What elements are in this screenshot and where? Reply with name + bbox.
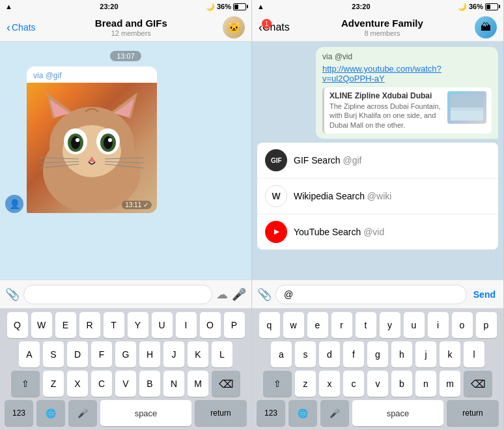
chat-title-left: Bread and GIFs bbox=[40, 18, 223, 29]
key-h[interactable]: H bbox=[139, 341, 160, 367]
key-c-r[interactable]: c bbox=[343, 371, 364, 397]
key-f-r[interactable]: f bbox=[343, 341, 364, 367]
key-d[interactable]: D bbox=[67, 341, 88, 367]
key-t[interactable]: T bbox=[104, 312, 124, 338]
key-space-right[interactable]: space bbox=[352, 400, 443, 426]
key-l[interactable]: L bbox=[212, 341, 232, 367]
key-m-r[interactable]: m bbox=[440, 371, 460, 397]
key-i-r[interactable]: i bbox=[428, 312, 449, 338]
key-n-r[interactable]: n bbox=[415, 371, 436, 397]
status-left-icons: ▲ bbox=[5, 3, 12, 10]
key-globe-right[interactable]: 🌐 bbox=[288, 400, 317, 426]
key-123-right[interactable]: 123 bbox=[257, 400, 285, 426]
message-input-left[interactable] bbox=[23, 285, 212, 304]
key-row-1-left: Q W E R T Y U I O P bbox=[3, 312, 249, 338]
key-delete-right[interactable]: ⌫ bbox=[464, 371, 492, 397]
key-n[interactable]: N bbox=[163, 371, 184, 397]
key-return-right[interactable]: return bbox=[447, 400, 499, 426]
key-w-r[interactable]: w bbox=[283, 312, 304, 338]
yt-bot-handle: @vid bbox=[363, 227, 384, 237]
key-c[interactable]: C bbox=[91, 371, 112, 397]
key-b[interactable]: B bbox=[139, 371, 160, 397]
battery-icon-right bbox=[485, 3, 498, 10]
mic-icon-left[interactable]: 🎤 bbox=[232, 287, 246, 302]
key-row-2-left: A S D F G H J K L bbox=[3, 341, 249, 367]
message-input-field-left[interactable] bbox=[32, 289, 204, 300]
key-x[interactable]: X bbox=[67, 371, 88, 397]
key-p[interactable]: P bbox=[224, 312, 245, 338]
key-f[interactable]: F bbox=[91, 341, 112, 367]
bot-list: GIF GIF Search @gif W Wikipedia Search @… bbox=[257, 143, 498, 250]
key-l-r[interactable]: l bbox=[464, 341, 484, 367]
key-r-r[interactable]: r bbox=[331, 312, 352, 338]
back-button-left[interactable]: ‹ Chats bbox=[7, 22, 36, 33]
attachment-icon-left[interactable]: 📎 bbox=[5, 287, 20, 302]
key-mic-right[interactable]: 🎤 bbox=[320, 400, 349, 426]
key-i[interactable]: I bbox=[176, 312, 197, 338]
send-button-right[interactable]: Send bbox=[471, 289, 498, 300]
key-e[interactable]: E bbox=[55, 312, 76, 338]
key-s[interactable]: S bbox=[43, 341, 64, 367]
key-v[interactable]: V bbox=[115, 371, 136, 397]
input-bar-right: 📎 Send bbox=[252, 280, 503, 308]
key-u-r[interactable]: u bbox=[404, 312, 425, 338]
key-w[interactable]: W bbox=[31, 312, 52, 338]
message-input-field-right[interactable] bbox=[284, 289, 458, 300]
key-o[interactable]: O bbox=[200, 312, 221, 338]
sticker-icon-left[interactable]: ☁ bbox=[216, 287, 228, 302]
key-j-r[interactable]: j bbox=[415, 341, 436, 367]
key-z-r[interactable]: z bbox=[295, 371, 316, 397]
key-p-r[interactable]: p bbox=[476, 312, 497, 338]
key-m[interactable]: M bbox=[188, 371, 208, 397]
key-y[interactable]: Y bbox=[128, 312, 148, 338]
back-label-left: Chats bbox=[12, 22, 36, 33]
key-a[interactable]: A bbox=[19, 341, 40, 367]
key-space-left[interactable]: space bbox=[100, 400, 191, 426]
key-s-r[interactable]: s bbox=[295, 341, 316, 367]
key-j[interactable]: J bbox=[163, 341, 184, 367]
key-h-r[interactable]: h bbox=[391, 341, 412, 367]
youtube-bubble: via @vid http://www.youtube.com/watch?v=… bbox=[316, 47, 498, 139]
key-g-r[interactable]: g bbox=[367, 341, 388, 367]
bot-item-wiki[interactable]: W Wikipedia Search @wiki bbox=[257, 179, 498, 214]
key-k[interactable]: K bbox=[188, 341, 208, 367]
key-g[interactable]: G bbox=[115, 341, 136, 367]
key-t-r[interactable]: t bbox=[356, 312, 376, 338]
attachment-icon-right[interactable]: 📎 bbox=[257, 287, 272, 302]
key-mic-left[interactable]: 🎤 bbox=[68, 400, 97, 426]
key-delete-left[interactable]: ⌫ bbox=[212, 371, 240, 397]
youtube-link[interactable]: http://www.youtube.com/watch?v=ul2QoPPH-… bbox=[322, 64, 492, 83]
chat-avatar-left[interactable]: 🐱 bbox=[223, 16, 245, 38]
message-time-cat: 13:11 ✓ bbox=[122, 201, 152, 209]
message-input-right[interactable] bbox=[275, 285, 467, 304]
key-x-r[interactable]: x bbox=[319, 371, 340, 397]
bot-item-youtube[interactable]: YouTube Search @vid bbox=[257, 214, 498, 250]
key-shift-right[interactable]: ⇧ bbox=[263, 371, 292, 397]
key-o-r[interactable]: o bbox=[452, 312, 473, 338]
key-z[interactable]: Z bbox=[43, 371, 64, 397]
key-k-r[interactable]: k bbox=[440, 341, 460, 367]
key-u[interactable]: U bbox=[152, 312, 173, 338]
key-d-r[interactable]: d bbox=[319, 341, 340, 367]
key-a-r[interactable]: a bbox=[271, 341, 292, 367]
key-y-r[interactable]: y bbox=[380, 312, 400, 338]
svg-point-11 bbox=[71, 136, 80, 149]
bot-item-gif[interactable]: GIF GIF Search @gif bbox=[257, 143, 498, 179]
key-q-r[interactable]: q bbox=[259, 312, 280, 338]
key-r[interactable]: R bbox=[79, 312, 100, 338]
chat-subtitle-right: 8 members bbox=[290, 29, 475, 37]
cat-svg bbox=[33, 86, 150, 210]
key-q[interactable]: Q bbox=[7, 312, 28, 338]
key-123-left[interactable]: 123 bbox=[5, 400, 33, 426]
key-v-r[interactable]: v bbox=[367, 371, 388, 397]
key-row-3-right: ⇧ z x c v b n m ⌫ bbox=[255, 371, 501, 397]
key-return-left[interactable]: return bbox=[195, 400, 247, 426]
key-e-r[interactable]: e bbox=[307, 312, 328, 338]
notif-badge-right: 1 bbox=[262, 19, 272, 29]
chat-avatar-right[interactable]: 🏔 bbox=[475, 16, 497, 38]
key-globe-left[interactable]: 🌐 bbox=[36, 400, 65, 426]
back-button-right[interactable]: ‹ 1 Chats bbox=[259, 22, 290, 33]
key-shift-left[interactable]: ⇧ bbox=[11, 371, 40, 397]
key-b-r[interactable]: b bbox=[391, 371, 412, 397]
header-center-right: Adventure Family 8 members bbox=[290, 18, 475, 37]
